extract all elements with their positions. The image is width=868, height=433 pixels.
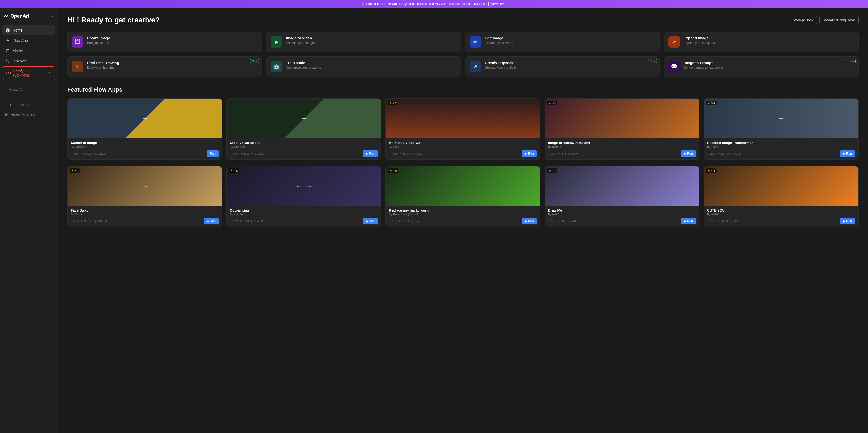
feature-edit-image[interactable]: ✏ Edit Image Enhance your vision	[465, 32, 660, 52]
new-badge-upscale: New	[648, 59, 657, 63]
model-training-book-button[interactable]: Model Training Book	[819, 16, 859, 24]
image-to-prompt-title: Image to Prompt	[684, 61, 724, 65]
likes-icon: ♡ 354	[389, 152, 397, 155]
sidebar-my-stuffs-section: › My stuffs	[0, 85, 58, 94]
likes-icon: ♡ 255	[71, 220, 79, 223]
create-image-icon: 🖼	[72, 36, 83, 48]
app-card-drawme[interactable]: ★ 2.7 Draw Me By matt3o ♡ 121 👁 45 ▷ 14.…	[545, 166, 700, 227]
create-image-title: Create Image	[87, 36, 111, 40]
arrow-icon: →	[141, 182, 149, 190]
edit-image-desc: Enhance your vision	[485, 41, 513, 45]
app-stats-sketch: ♡ 354 👁 380.7K ▷ 152.7K	[71, 152, 107, 155]
sidebar-item-help[interactable]: ? Help Center	[2, 100, 56, 110]
runs-icon: ▷ 152.7K	[414, 152, 426, 155]
app-stats-animated: ♡ 354 👁 380.7K ▷ 152.7K	[389, 152, 426, 155]
app-image-cute-you: ★ 4.4	[704, 166, 858, 206]
arrow-icon: ← →	[296, 182, 312, 190]
app-author-variations: By OpenArt	[230, 145, 378, 148]
sidebar-item-home[interactable]: 🏠 Home	[2, 25, 56, 35]
sidebar-item-discover[interactable]: ◎ Discover	[2, 56, 56, 66]
sidebar-item-flow-apps[interactable]: ✦ Flow Apps	[2, 35, 56, 45]
view-plan-button[interactable]: View Plan	[488, 2, 507, 6]
apps-row-2: ★ 3.7 → Face Swap By Coco ♡ 255 👁 336.2K…	[67, 166, 859, 227]
app-rating-replace: ★ 4.6	[388, 168, 398, 173]
views-icon: 👁 380.7K	[240, 152, 252, 155]
app-card-replace-bg[interactable]: ★ 4.6 Replace any background. By Peter L…	[385, 166, 540, 227]
views-icon: 👁 12.9K	[399, 220, 410, 223]
app-rating-animated: ★ 4.2	[388, 101, 398, 105]
create-image-desc: Bring ideas to life	[87, 41, 111, 45]
sidebar-my-stuffs[interactable]: › My stuffs	[2, 85, 56, 94]
feature-realtime-drawing[interactable]: ✎ Real-time Drawing Draw your thoughts N…	[67, 56, 262, 77]
app-card-realistic[interactable]: ★ 3.4 → Realistic Image Transformer By C…	[704, 98, 859, 160]
run-button-animated[interactable]: ▶ Run	[522, 150, 537, 157]
prompt-book-button[interactable]: Prompt Book	[789, 16, 817, 24]
sidebar-item-comfy[interactable]: </> ComfyUI Workflows ↗	[2, 66, 56, 80]
run-button-realistic[interactable]: ▶ Run	[840, 150, 855, 157]
app-image-i2v: ★ 3.6	[545, 99, 699, 138]
app-title-sketch: Sketch to image	[71, 141, 219, 145]
run-button-faceswap[interactable]: ▶ Run	[204, 218, 219, 224]
likes-icon: ♡ 260	[707, 152, 715, 155]
run-button-cute[interactable]: ▶ Run	[840, 218, 855, 224]
feature-train-model[interactable]: 🤖 Train Model Customize your creativity	[266, 56, 461, 77]
feature-create-image[interactable]: 🖼 Create Image Bring ideas to life	[67, 32, 262, 52]
sidebar-item-tutorials[interactable]: ▶ Video Tutorials	[2, 110, 56, 119]
run-button-drawme[interactable]: ▶ Run	[681, 218, 696, 224]
run-button-sketch[interactable]: Run	[207, 150, 219, 157]
app-image-sketch-to-image: →	[68, 99, 222, 138]
runs-icon: ▷ 6.4K	[412, 220, 421, 223]
sidebar-item-comfy-label: ComfyUI Workflows	[13, 69, 44, 77]
flow-apps-icon: ✦	[5, 38, 10, 43]
app-author-drawme: By matt3o	[548, 213, 696, 216]
likes-icon: ♡ 297	[548, 152, 556, 155]
realtime-drawing-icon: ✎	[72, 61, 83, 73]
app-card-sketch-to-image[interactable]: → Sketch to image By OpenArt ♡ 354 👁 380…	[67, 98, 222, 160]
featured-section-title: Featured Flow Apps	[67, 86, 859, 93]
feature-image-to-video[interactable]: ▶ Image to Video Animate your images	[266, 32, 461, 52]
app-image-animated-gif: ★ 4.2	[386, 99, 540, 138]
logo-text: OpenArt	[10, 13, 29, 19]
main-content: Hi ! Ready to get creative? Prompt Book …	[58, 8, 868, 433]
image-to-video-desc: Animate your images	[286, 41, 315, 45]
sidebar-item-models[interactable]: ⊞ Models	[2, 46, 56, 56]
apps-row-1: → Sketch to image By OpenArt ♡ 354 👁 380…	[67, 98, 859, 160]
app-title-cute: CUTE YOU!	[707, 208, 855, 212]
views-icon: 👁 336.2K	[81, 220, 93, 223]
top-banner: ⚡ Limited-time offer! Unlock a year of l…	[0, 0, 868, 8]
app-stats-i2v: ♡ 297 👁 873 ▷ 86.0K	[548, 152, 579, 155]
sidebar-item-tutorials-label: Video Tutorials	[11, 112, 35, 117]
feature-image-to-prompt[interactable]: 💬 Image to Prompt Convert image to text …	[664, 56, 859, 77]
app-image-faceswap: ★ 3.7 →	[68, 166, 222, 206]
run-button-outpainting[interactable]: ▶ Run	[363, 218, 378, 224]
run-button-variations[interactable]: ▶ Run	[363, 150, 378, 157]
app-card-i2v[interactable]: ★ 3.6 Image to Video/Animation By matt3o…	[545, 98, 700, 160]
app-body: ∞ OpenArt ‹ 🏠 Home ✦ Flow Apps ⊞ Models …	[0, 8, 868, 433]
app-card-animated-gif[interactable]: ★ 4.2 Animated Video/Gif By coco ♡ 354 👁…	[385, 98, 540, 160]
app-card-faceswap[interactable]: ★ 3.7 → Face Swap By Coco ♡ 255 👁 336.2K…	[67, 166, 222, 227]
app-author-outpainting: By matt3o	[230, 213, 378, 216]
app-image-drawme: ★ 2.7	[545, 166, 699, 206]
app-card-creative-variations[interactable]: → Creative variations By OpenArt ♡ 354 👁…	[226, 98, 381, 160]
creative-upscale-icon: ↗	[470, 61, 481, 73]
run-button-replace[interactable]: ▶ Run	[522, 218, 537, 224]
run-button-i2v[interactable]: ▶ Run	[681, 150, 696, 157]
help-icon: ?	[5, 103, 7, 107]
sidebar-bottom-nav: ? Help Center ▶ Video Tutorials	[0, 99, 58, 120]
page-title: Hi ! Ready to get creative?	[67, 16, 160, 24]
app-card-cute-you[interactable]: ★ 4.4 CUTE YOU! By rui400 ♡ 117 👁 36.8K …	[704, 166, 859, 227]
expand-image-desc: Expand your imagination	[684, 41, 718, 45]
comfy-icon: </>	[5, 71, 10, 76]
feature-creative-upscale[interactable]: ↗ Creative Upscale Upscale your creativi…	[465, 56, 660, 77]
page-header: Hi ! Ready to get creative? Prompt Book …	[67, 16, 859, 24]
creative-upscale-desc: Upscale your creativity	[485, 66, 517, 69]
sidebar-collapse-button[interactable]: ‹	[52, 14, 53, 18]
likes-icon: ♡ 354	[71, 152, 79, 155]
app-card-outpainting[interactable]: ★ 4.5 ← → Outpainting By matt3o ♡ 209 👁 …	[226, 166, 381, 227]
sidebar-item-flow-apps-label: Flow Apps	[12, 38, 30, 42]
features-grid: 🖼 Create Image Bring ideas to life ▶ Ima…	[67, 32, 859, 77]
views-icon: 👁 45	[558, 220, 564, 223]
feature-expand-image[interactable]: ⤢ Expand Image Expand your imagination	[664, 32, 859, 52]
train-model-title: Train Model	[286, 61, 321, 65]
new-badge-drawing: New	[250, 59, 259, 63]
